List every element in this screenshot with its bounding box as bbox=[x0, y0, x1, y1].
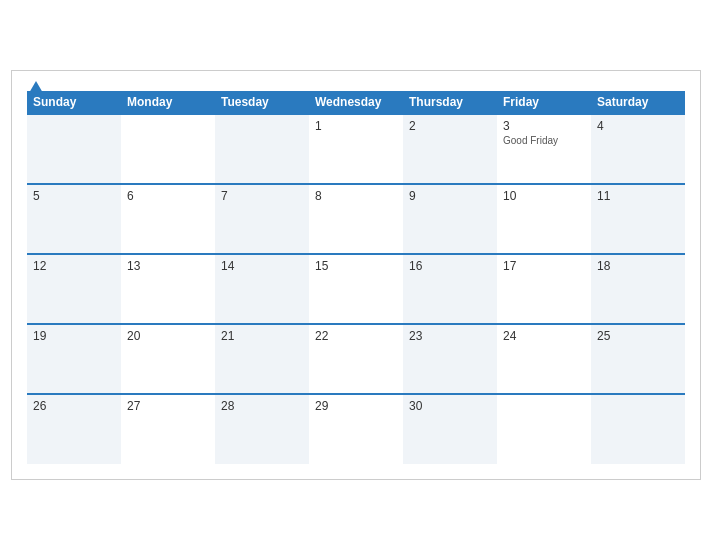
day-number: 22 bbox=[315, 329, 397, 343]
calendar-week-2: 567891011 bbox=[27, 184, 685, 254]
calendar-cell: 12 bbox=[27, 254, 121, 324]
weekday-thursday: Thursday bbox=[403, 91, 497, 114]
day-number: 12 bbox=[33, 259, 115, 273]
day-number: 6 bbox=[127, 189, 209, 203]
calendar-cell: 21 bbox=[215, 324, 309, 394]
calendar-week-3: 12131415161718 bbox=[27, 254, 685, 324]
calendar-cell: 11 bbox=[591, 184, 685, 254]
calendar-cell: 2 bbox=[403, 114, 497, 184]
calendar-cell: 1 bbox=[309, 114, 403, 184]
day-number: 1 bbox=[315, 119, 397, 133]
day-number: 5 bbox=[33, 189, 115, 203]
calendar-cell: 6 bbox=[121, 184, 215, 254]
day-number: 15 bbox=[315, 259, 397, 273]
calendar-cell: 25 bbox=[591, 324, 685, 394]
calendar-cell: 19 bbox=[27, 324, 121, 394]
day-number: 16 bbox=[409, 259, 491, 273]
day-number: 4 bbox=[597, 119, 679, 133]
calendar-cell: 18 bbox=[591, 254, 685, 324]
day-number: 17 bbox=[503, 259, 585, 273]
day-number: 8 bbox=[315, 189, 397, 203]
calendar-cell: 20 bbox=[121, 324, 215, 394]
calendar-cell: 15 bbox=[309, 254, 403, 324]
day-number: 25 bbox=[597, 329, 679, 343]
calendar-cell: 9 bbox=[403, 184, 497, 254]
calendar-table: SundayMondayTuesdayWednesdayThursdayFrid… bbox=[27, 91, 685, 464]
weekday-tuesday: Tuesday bbox=[215, 91, 309, 114]
calendar-cell: 23 bbox=[403, 324, 497, 394]
calendar-cell: 16 bbox=[403, 254, 497, 324]
calendar-cell: 26 bbox=[27, 394, 121, 464]
weekday-saturday: Saturday bbox=[591, 91, 685, 114]
logo-blue-text bbox=[27, 81, 43, 94]
calendar-cell: 5 bbox=[27, 184, 121, 254]
day-number: 24 bbox=[503, 329, 585, 343]
day-number: 21 bbox=[221, 329, 303, 343]
logo bbox=[27, 81, 43, 94]
day-number: 26 bbox=[33, 399, 115, 413]
calendar-cell bbox=[27, 114, 121, 184]
calendar-container: SundayMondayTuesdayWednesdayThursdayFrid… bbox=[11, 70, 701, 480]
calendar-cell: 24 bbox=[497, 324, 591, 394]
calendar-cell: 30 bbox=[403, 394, 497, 464]
day-number: 23 bbox=[409, 329, 491, 343]
day-number: 30 bbox=[409, 399, 491, 413]
calendar-cell: 10 bbox=[497, 184, 591, 254]
calendar-week-4: 19202122232425 bbox=[27, 324, 685, 394]
day-number: 2 bbox=[409, 119, 491, 133]
calendar-cell: 27 bbox=[121, 394, 215, 464]
day-number: 29 bbox=[315, 399, 397, 413]
calendar-cell: 17 bbox=[497, 254, 591, 324]
weekday-monday: Monday bbox=[121, 91, 215, 114]
calendar-cell: 14 bbox=[215, 254, 309, 324]
calendar-cell bbox=[591, 394, 685, 464]
calendar-cell bbox=[121, 114, 215, 184]
day-number: 18 bbox=[597, 259, 679, 273]
calendar-cell: 7 bbox=[215, 184, 309, 254]
weekday-wednesday: Wednesday bbox=[309, 91, 403, 114]
day-number: 20 bbox=[127, 329, 209, 343]
calendar-week-5: 2627282930 bbox=[27, 394, 685, 464]
day-number: 13 bbox=[127, 259, 209, 273]
calendar-cell: 8 bbox=[309, 184, 403, 254]
weekday-header-row: SundayMondayTuesdayWednesdayThursdayFrid… bbox=[27, 91, 685, 114]
day-number: 7 bbox=[221, 189, 303, 203]
calendar-cell: 28 bbox=[215, 394, 309, 464]
calendar-cell bbox=[215, 114, 309, 184]
day-number: 27 bbox=[127, 399, 209, 413]
day-number: 9 bbox=[409, 189, 491, 203]
logo-triangle-icon bbox=[29, 81, 43, 93]
day-number: 3 bbox=[503, 119, 585, 133]
calendar-cell: 29 bbox=[309, 394, 403, 464]
day-number: 14 bbox=[221, 259, 303, 273]
day-number: 28 bbox=[221, 399, 303, 413]
calendar-cell: 3Good Friday bbox=[497, 114, 591, 184]
calendar-cell bbox=[497, 394, 591, 464]
day-number: 10 bbox=[503, 189, 585, 203]
weekday-sunday: Sunday bbox=[27, 91, 121, 114]
day-number: 11 bbox=[597, 189, 679, 203]
weekday-friday: Friday bbox=[497, 91, 591, 114]
calendar-cell: 22 bbox=[309, 324, 403, 394]
day-number: 19 bbox=[33, 329, 115, 343]
calendar-week-1: 123Good Friday4 bbox=[27, 114, 685, 184]
holiday-label: Good Friday bbox=[503, 135, 585, 146]
calendar-cell: 4 bbox=[591, 114, 685, 184]
calendar-cell: 13 bbox=[121, 254, 215, 324]
